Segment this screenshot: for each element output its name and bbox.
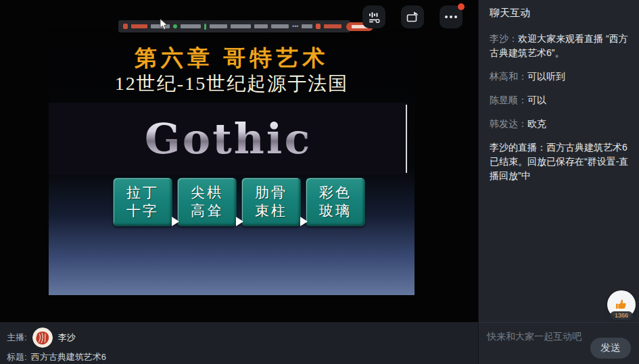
send-button[interactable]: 发送: [590, 338, 631, 359]
toolbar-glyph: [204, 24, 206, 30]
flow-box-line: 彩色: [319, 184, 352, 202]
seal-avatar-icon: [32, 328, 53, 348]
flow-box-stained-glass: 彩色 玻璃: [306, 178, 365, 226]
chat-message: 李沙：欢迎大家来观看直播 “西方古典建筑艺术6”。: [490, 32, 630, 60]
more-options-button[interactable]: [440, 5, 463, 28]
toolbar-glyph: [181, 24, 201, 28]
slide-caret: [406, 105, 407, 173]
chat-message: 陈昱顺：可以: [490, 93, 630, 107]
chat-input-area: 发送: [479, 322, 639, 364]
toolbar-glyph: [324, 24, 341, 28]
chat-input[interactable]: [487, 330, 588, 343]
presentation-slide: 第六章 哥特艺术 12世纪-15世纪起源于法国 Gothic 拉丁 十字 尖栱 …: [49, 30, 415, 295]
chat-message: 韩发达：欧克: [490, 117, 630, 131]
flow-arrow-icon: [300, 217, 308, 226]
flow-box-line: 十字: [126, 202, 159, 220]
flow-box-line: 玻璃: [319, 202, 352, 220]
toolbar-glyph: [210, 24, 227, 28]
flow-box-rib-vault: 肋骨 束柱: [241, 178, 301, 226]
toolbar-glyph: [316, 24, 321, 29]
chat-system-message: 李沙的直播：西方古典建筑艺术6 已结束。回放已保存在“群设置-直播回放”中: [490, 140, 630, 183]
subtitles-translate-button[interactable]: [362, 5, 385, 28]
chat-text: 可以听到: [527, 71, 565, 82]
stream-info-bar: 主播: 李沙 标题: 西方古典建筑艺术6: [0, 322, 478, 364]
toolbar-glyph: [231, 24, 251, 28]
gothic-banner-text: Gothic: [145, 114, 312, 163]
flow-arrow-icon: [172, 217, 179, 226]
flow-box-line: 拉丁: [126, 184, 159, 202]
host-name: 李沙: [58, 332, 76, 344]
toolbar-glyph: [173, 24, 177, 28]
chat-text: 可以: [527, 95, 546, 105]
toolbar-more-glyph: •••: [292, 24, 298, 28]
stream-title: 西方古典建筑艺术6: [31, 351, 106, 363]
flow-arrow-icon: [236, 217, 243, 226]
live-stream-window: 第六章 哥特艺术 12世纪-15世纪起源于法国 Gothic 拉丁 十字 尖栱 …: [0, 0, 639, 364]
slide-chapter-title: 第六章 哥特艺术: [49, 45, 415, 72]
subtitles-translate-icon: [367, 10, 381, 24]
flow-box-line: 尖栱: [191, 184, 223, 202]
toolbar-glyph: [131, 24, 147, 28]
chat-sender: 李沙：: [490, 33, 518, 44]
rotate-screen-icon: [405, 10, 420, 24]
flow-box-latin-cross: 拉丁 十字: [113, 178, 172, 226]
host-avatar[interactable]: [32, 328, 53, 348]
flow-box-line: 束柱: [255, 202, 287, 220]
slide-subtitle: 12世纪-15世纪起源于法国: [49, 72, 415, 96]
flow-box-line: 高耸: [191, 202, 223, 220]
chat-sender: 林高和：: [490, 71, 527, 82]
host-label: 主播:: [7, 332, 27, 344]
chat-sender: 李沙的直播：: [490, 142, 546, 153]
chat-sender: 韩发达：: [490, 118, 527, 129]
toolbar-glyph: [271, 24, 289, 28]
rotate-screen-button[interactable]: [401, 5, 424, 28]
notification-dot: [458, 3, 465, 10]
chat-sender: 陈昱顺：: [490, 95, 527, 105]
like-button[interactable]: 1366: [607, 290, 636, 320]
title-row: 标题: 西方古典建筑艺术6: [7, 351, 106, 363]
chat-text: 欧克: [527, 118, 546, 129]
gothic-banner-image: Gothic: [49, 103, 408, 175]
more-options-icon: [445, 16, 457, 18]
chat-panel-title: 聊天互动: [490, 7, 530, 20]
video-area: 第六章 哥特艺术 12世纪-15世纪起源于法国 Gothic 拉丁 十字 尖栱 …: [0, 0, 478, 322]
captured-meeting-toolbar: •••: [118, 20, 350, 32]
stream-title-label: 标题:: [7, 351, 27, 363]
chat-sidebar: 聊天互动 李沙：欢迎大家来观看直播 “西方古典建筑艺术6”。 林高和：可以听到 …: [478, 0, 639, 364]
host-row: 主播: 李沙: [7, 327, 76, 348]
flow-box-line: 肋骨: [255, 184, 287, 202]
toolbar-glyph: [123, 24, 128, 29]
like-count-badge: 1366: [610, 311, 633, 320]
flow-box-pointed-arch: 尖栱 高耸: [177, 178, 237, 226]
mouse-cursor-icon: [160, 18, 168, 30]
chat-message-list: 李沙：欢迎大家来观看直播 “西方古典建筑艺术6”。 林高和：可以听到 陈昱顺：可…: [490, 32, 630, 192]
toolbar-glyph: [254, 24, 268, 28]
toolbar-glyph: [302, 24, 312, 28]
chat-message: 林高和：可以听到: [490, 70, 630, 84]
